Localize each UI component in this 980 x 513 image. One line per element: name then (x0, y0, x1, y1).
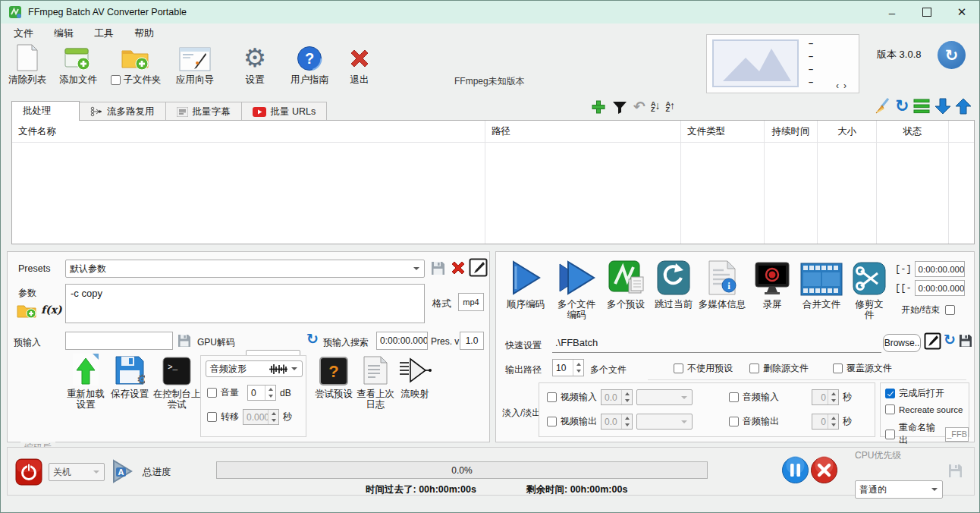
trim-files-button[interactable]: 修剪文件 (851, 258, 887, 321)
preinput-refresh-button[interactable]: ↻ (306, 330, 319, 348)
add-item-button[interactable] (591, 99, 606, 115)
record-screen-button[interactable]: 录屏 (752, 258, 792, 310)
close-button[interactable]: ✕ (944, 1, 979, 24)
preview-next-button[interactable]: › (843, 80, 851, 91)
fx-button[interactable]: f(x) (41, 304, 62, 316)
end-time-input[interactable]: 0:00:00.000 (915, 280, 965, 296)
video-fadeout-checkbox[interactable] (547, 417, 557, 426)
preinput-input[interactable] (65, 332, 173, 350)
multi-file-encode-button[interactable]: 多个文件编码 (554, 258, 599, 321)
settings-button[interactable]: ⚙ 设置 (236, 42, 274, 85)
sequential-encode-button[interactable]: 顺序编码 (504, 258, 548, 310)
no-preset-checkbox[interactable] (674, 364, 683, 373)
file-table[interactable]: 文件名称 路径 文件类型 持续时间 大小 状态 (11, 120, 975, 244)
shift-spinner[interactable]: 0.000 (243, 409, 279, 425)
audio-fadeout-spinner[interactable]: 0 (812, 414, 839, 430)
col-duration[interactable]: 持续时间 (765, 121, 817, 142)
sort-desc-button[interactable]: AZ↑ (665, 102, 675, 112)
user-guide-button[interactable]: ? 用户指南 (288, 42, 331, 85)
format-value[interactable]: mp4 (458, 293, 484, 311)
menu-tools[interactable]: 工具 (94, 27, 114, 40)
sort-asc-button[interactable]: AZ↓ (651, 102, 661, 112)
open-when-done-checkbox[interactable] (885, 389, 895, 398)
video-fadeout-color-select[interactable] (636, 414, 693, 430)
skip-current-button[interactable]: 跳过当前 (654, 258, 693, 310)
join-files-button[interactable]: 合并文件 (799, 258, 843, 310)
multi-preset-button[interactable]: 多个预设 (605, 258, 646, 310)
media-info-button[interactable]: i 多媒体信息 (698, 258, 746, 310)
volume-checkbox[interactable] (207, 388, 217, 398)
reload-settings-button[interactable]: 重新加载设置 (64, 357, 108, 411)
autostart-icon[interactable]: A (111, 458, 133, 484)
try-console-button[interactable]: >_ 在控制台上尝试 (152, 357, 202, 411)
pause-button[interactable] (781, 456, 809, 484)
col-filename[interactable]: 文件名称 (12, 121, 485, 142)
try-preset-button[interactable]: ? 尝试预设 (314, 357, 353, 399)
clean-button[interactable] (873, 97, 891, 115)
refresh-list-button[interactable]: ↻ (895, 97, 909, 115)
stream-map-button[interactable]: 流映射 (397, 357, 432, 399)
recreate-source-checkbox[interactable] (885, 404, 895, 414)
preinput-search-label[interactable]: 预输入搜索 (323, 336, 369, 349)
stop-button[interactable] (810, 456, 838, 484)
tab-subtitles[interactable]: 批量字幕 (165, 102, 242, 121)
params-folder-icon[interactable] (17, 302, 36, 319)
shutdown-select[interactable]: 关机 (49, 463, 105, 481)
video-fadein-checkbox[interactable] (547, 392, 557, 402)
shutdown-button[interactable] (15, 458, 42, 486)
edit-preset-button[interactable] (469, 258, 488, 277)
col-size[interactable]: 大小 (818, 121, 876, 142)
delete-preset-button[interactable] (449, 259, 467, 277)
delete-source-checkbox[interactable] (749, 364, 759, 373)
start-end-checkbox[interactable] (945, 305, 955, 315)
cpu-priority-select[interactable]: 普通的 (855, 480, 943, 499)
video-fadein-color-select[interactable] (636, 389, 693, 405)
menu-help[interactable]: 帮助 (134, 27, 154, 40)
overwrite-source-checkbox[interactable] (833, 364, 843, 373)
tab-batch[interactable]: 批处理 (11, 101, 80, 121)
save-preset-button[interactable] (431, 261, 445, 275)
maximize-button[interactable] (909, 1, 944, 24)
save-settings-button[interactable]: ⚙ 保存设置 (111, 357, 149, 399)
move-down-button[interactable] (934, 97, 951, 115)
subfolders-checkbox[interactable] (111, 75, 121, 85)
file-count-spinner[interactable]: 10 (552, 359, 584, 376)
seek-time-input[interactable]: 0:00:00.000 (376, 332, 428, 350)
view-log-button[interactable]: 查看上次日志 (355, 357, 396, 411)
minimize-button[interactable]: – (875, 1, 909, 24)
browse-button[interactable]: Browse.. (883, 334, 921, 352)
video-fadeout-spinner[interactable]: 0.0 (601, 414, 633, 430)
volume-spinner[interactable]: 0 (247, 385, 276, 401)
col-filetype[interactable]: 文件类型 (681, 121, 764, 142)
rename-suffix-input[interactable]: _FFB (945, 427, 969, 442)
output-folder-input[interactable]: .\FFBatch (552, 332, 881, 353)
app-wizard-button[interactable]: 应用向导 (173, 42, 217, 85)
audio-fadeout-checkbox[interactable] (729, 417, 739, 426)
rename-output-checkbox[interactable] (885, 430, 895, 439)
clear-list-button[interactable]: 清除列表 (7, 42, 48, 85)
save-priority-button[interactable] (948, 464, 963, 478)
col-status[interactable]: 状态 (877, 121, 948, 142)
waveform-button[interactable]: 音频波形 (206, 360, 303, 377)
preview-list[interactable]: – – – – (809, 39, 813, 87)
move-up-button[interactable] (955, 97, 972, 115)
exit-button[interactable]: 退出 (344, 42, 375, 85)
preview-prev-button[interactable]: ‹ (836, 80, 843, 91)
edit-path-button[interactable] (924, 332, 941, 350)
menu-file[interactable]: 文件 (14, 27, 33, 40)
reset-path-button[interactable]: ↻ (944, 331, 956, 348)
start-time-input[interactable]: 0:00:00.000 (915, 261, 965, 277)
check-update-button[interactable]: ↻ (938, 41, 966, 69)
params-input[interactable]: -c copy (65, 284, 425, 323)
tab-mux[interactable]: 流多路复用 (79, 102, 166, 121)
menu-edit[interactable]: 编辑 (54, 27, 74, 40)
video-fadein-spinner[interactable]: 0.0 (601, 389, 633, 405)
save-path-button[interactable] (959, 334, 972, 348)
audio-fadein-spinner[interactable]: 0 (812, 389, 839, 405)
tab-urls[interactable]: 批量 URLs (241, 102, 328, 121)
undo-button[interactable]: ↶ (633, 99, 645, 115)
preset-select[interactable]: 默认参数 (65, 260, 425, 278)
list-view-button[interactable] (912, 98, 931, 115)
shift-checkbox[interactable] (207, 412, 217, 422)
audio-fadein-checkbox[interactable] (729, 392, 739, 402)
